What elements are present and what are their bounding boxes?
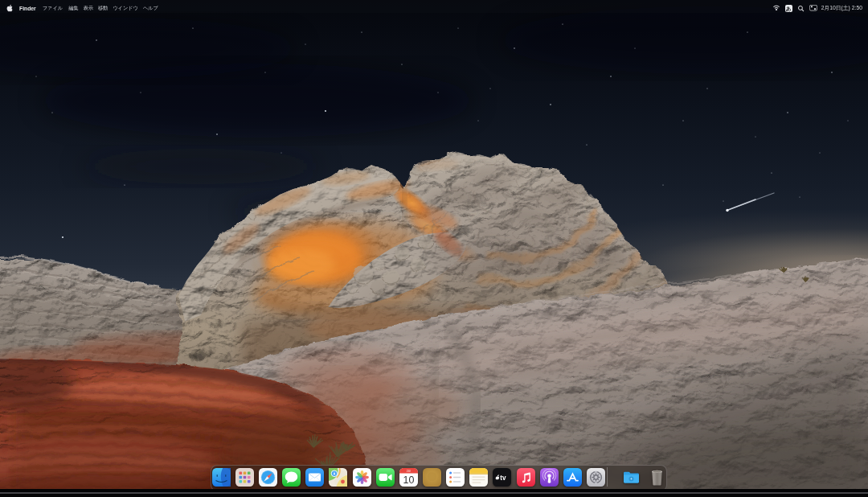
svg-text:2月: 2月 [407,470,411,473]
svg-text:10: 10 [403,474,414,485]
svg-text:tv: tv [501,474,507,482]
